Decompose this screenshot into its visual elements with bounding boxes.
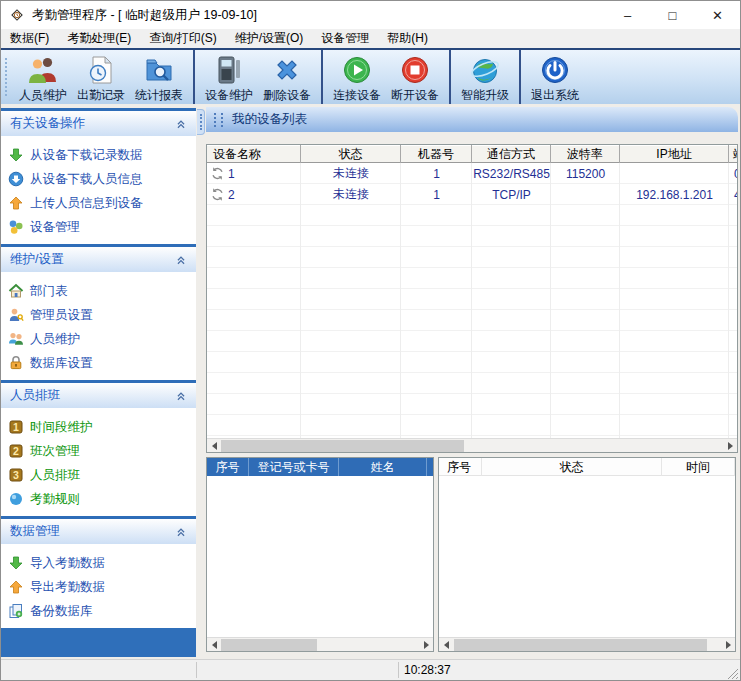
sidebar-item[interactable]: 3人员排班 bbox=[8, 463, 196, 487]
sidebar-section: 人员排班1时间段维护2班次管理3人员排班考勤规则 bbox=[1, 380, 196, 516]
download-circle-icon bbox=[8, 171, 24, 187]
app-icon bbox=[9, 7, 25, 23]
menu-item[interactable]: 维护/设置(O) bbox=[226, 29, 313, 48]
status-bar: 10:28:37 bbox=[1, 659, 740, 680]
toolbar-button-智能升级[interactable]: 智能升级 bbox=[456, 50, 514, 104]
toolbar-button-label: 统计报表 bbox=[135, 87, 183, 104]
menubar: 数据(F)考勤处理(E)查询/打印(S)维护/设置(O)设备管理帮助(H) bbox=[1, 29, 740, 48]
sidebar-section-header[interactable]: 维护/设置 bbox=[1, 247, 196, 272]
menu-item[interactable]: 设备管理 bbox=[312, 29, 378, 48]
scrollbar-thumb[interactable] bbox=[221, 639, 317, 651]
number-2-icon: 2 bbox=[8, 443, 24, 459]
database-lock-icon bbox=[8, 355, 24, 371]
device-name-text: 2 bbox=[228, 188, 235, 202]
toolbar-group: 人员维护出勤记录统计报表 bbox=[12, 50, 190, 104]
sidebar-section-header[interactable]: 数据管理 bbox=[1, 519, 196, 544]
toolbar-button-设备维护[interactable]: 设备维护 bbox=[200, 50, 258, 104]
menu-item[interactable]: 数据(F) bbox=[1, 29, 58, 48]
toolbar-button-连接设备[interactable]: 连接设备 bbox=[328, 50, 386, 104]
toolbar-button-出勤记录[interactable]: 出勤记录 bbox=[72, 50, 130, 104]
status-column-header[interactable]: 序号 bbox=[439, 458, 482, 476]
device-cell-comm: TCP/IP bbox=[472, 184, 551, 205]
sidebar-item[interactable]: 部门表 bbox=[8, 279, 196, 303]
toolbar-button-统计报表[interactable]: 统计报表 bbox=[130, 50, 188, 104]
employee-column-header[interactable]: 登记号或卡号 bbox=[249, 458, 339, 476]
chevron-up-icon[interactable] bbox=[174, 117, 188, 131]
sidebar-item[interactable]: 从设备下载记录数据 bbox=[8, 143, 196, 167]
sidebar-section-header[interactable]: 有关设备操作 bbox=[1, 111, 196, 136]
toolbar-grip[interactable] bbox=[5, 58, 9, 96]
sidebar-item[interactable]: 2班次管理 bbox=[8, 439, 196, 463]
header-grip-icon[interactable] bbox=[221, 113, 224, 127]
device-column-header[interactable]: 端口号 bbox=[729, 145, 738, 163]
sidebar-item-label: 人员维护 bbox=[30, 331, 80, 348]
device-row[interactable]: 2未连接1TCP/IP192.168.1.2014 bbox=[207, 184, 737, 205]
upload-orange-arrow-icon bbox=[8, 195, 24, 211]
device-column-header[interactable]: 状态 bbox=[301, 145, 401, 163]
scroll-left-arrow-icon[interactable] bbox=[439, 638, 453, 651]
sidebar-item[interactable]: 人员维护 bbox=[8, 327, 196, 351]
status-table-hscrollbar[interactable] bbox=[439, 637, 735, 651]
sidebar-item[interactable]: 管理员设置 bbox=[8, 303, 196, 327]
device-cell-name: 1 bbox=[207, 163, 301, 184]
device-cell-status: 未连接 bbox=[301, 163, 401, 184]
sidebar-item[interactable]: 1时间段维护 bbox=[8, 415, 196, 439]
chevron-up-icon[interactable] bbox=[174, 253, 188, 267]
sidebar-item[interactable]: 导出考勤数据 bbox=[8, 575, 196, 599]
device-column-header[interactable]: 设备名称 bbox=[207, 145, 301, 163]
admin-key-icon bbox=[8, 307, 24, 323]
sidebar-section: 数据管理导入考勤数据导出考勤数据备份数据库 bbox=[1, 516, 196, 628]
connect-play-icon bbox=[341, 54, 373, 86]
header-grip-icon[interactable] bbox=[214, 113, 217, 127]
close-button[interactable]: ✕ bbox=[695, 1, 740, 29]
scroll-right-arrow-icon[interactable] bbox=[419, 638, 433, 651]
sidebar-item[interactable]: 导入考勤数据 bbox=[8, 551, 196, 575]
sidebar-item[interactable]: 设备管理 bbox=[8, 215, 196, 239]
scrollbar-thumb[interactable] bbox=[454, 639, 707, 651]
status-column-header[interactable]: 状态 bbox=[482, 458, 662, 476]
device-column-header[interactable]: 通信方式 bbox=[472, 145, 551, 163]
resize-grip-icon[interactable] bbox=[726, 666, 739, 679]
sidebar-section-header[interactable]: 人员排班 bbox=[1, 383, 196, 408]
sidebar-item[interactable]: 考勤规则 bbox=[8, 487, 196, 511]
scrollbar-thumb[interactable] bbox=[221, 440, 464, 452]
toolbar-button-删除设备[interactable]: 删除设备 bbox=[258, 50, 316, 104]
sidebar-item[interactable]: 从设备下载人员信息 bbox=[8, 167, 196, 191]
power-icon bbox=[539, 54, 571, 86]
scroll-right-arrow-icon[interactable] bbox=[721, 638, 735, 651]
scroll-left-arrow-icon[interactable] bbox=[207, 638, 221, 651]
close-icon: ✕ bbox=[712, 8, 723, 23]
department-house-icon bbox=[8, 283, 24, 299]
employee-column-header[interactable]: 序号 bbox=[207, 458, 249, 476]
device-cell-machine_no: 1 bbox=[401, 163, 472, 184]
employee-table-hscrollbar[interactable] bbox=[207, 637, 433, 651]
scroll-right-arrow-icon[interactable] bbox=[723, 439, 737, 452]
maximize-button[interactable]: □ bbox=[650, 1, 695, 29]
toolbar-button-断开设备[interactable]: 断开设备 bbox=[386, 50, 444, 104]
device-row[interactable]: 1未连接1RS232/RS4851152000 bbox=[207, 163, 737, 184]
employee-column-header[interactable]: 姓名 bbox=[339, 458, 427, 476]
toolbar-button-退出系统[interactable]: 退出系统 bbox=[526, 50, 584, 104]
device-column-header[interactable]: 波特率 bbox=[551, 145, 620, 163]
device-table-hscrollbar[interactable] bbox=[207, 438, 737, 452]
sidebar-item[interactable]: 上传人员信息到设备 bbox=[8, 191, 196, 215]
svg-text:3: 3 bbox=[13, 469, 19, 481]
scroll-left-arrow-icon[interactable] bbox=[207, 439, 221, 452]
toolbar-button-人员维护[interactable]: 人员维护 bbox=[14, 50, 72, 104]
chevron-up-icon[interactable] bbox=[174, 389, 188, 403]
device-column-header[interactable]: 机器号 bbox=[401, 145, 472, 163]
sidebar-item-label: 备份数据库 bbox=[30, 603, 93, 620]
minimize-button[interactable]: – bbox=[605, 1, 650, 29]
sidebar-item[interactable]: 数据库设置 bbox=[8, 351, 196, 375]
chevron-up-icon[interactable] bbox=[174, 525, 188, 539]
sidebar-splitter-handle[interactable] bbox=[197, 109, 205, 135]
status-column-header[interactable]: 时间 bbox=[662, 458, 735, 476]
menu-item[interactable]: 帮助(H) bbox=[378, 29, 437, 48]
device-column-header[interactable]: IP地址 bbox=[620, 145, 729, 163]
sidebar-section-items: 1时间段维护2班次管理3人员排班考勤规则 bbox=[1, 408, 196, 516]
svg-text:2: 2 bbox=[13, 445, 19, 457]
sidebar-item[interactable]: 备份数据库 bbox=[8, 599, 196, 623]
menu-item[interactable]: 查询/打印(S) bbox=[140, 29, 225, 48]
sidebar-section-title: 数据管理 bbox=[10, 523, 60, 540]
menu-item[interactable]: 考勤处理(E) bbox=[58, 29, 140, 48]
